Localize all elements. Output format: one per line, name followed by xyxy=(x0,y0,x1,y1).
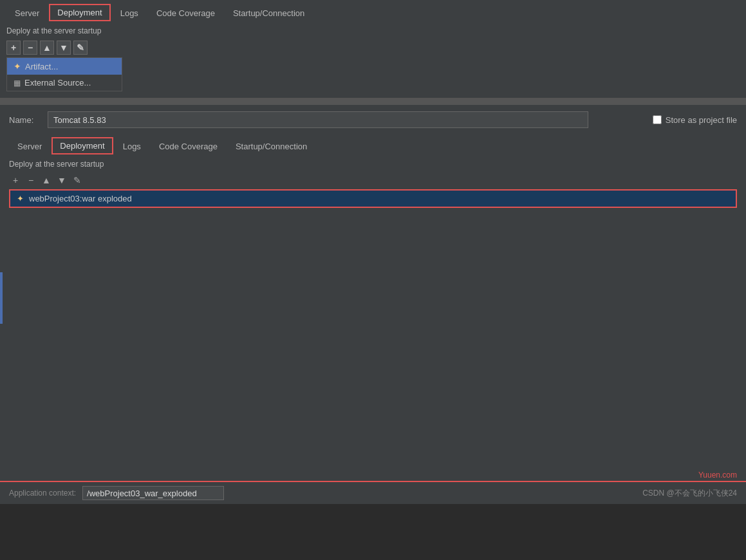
down-button-bottom[interactable]: ▼ xyxy=(55,174,68,187)
toolbar-top: + − ▲ ▼ ✎ xyxy=(0,38,746,57)
tab-deployment-top[interactable]: Deployment xyxy=(49,4,110,21)
bottom-tabs-row: Server Deployment Logs Code Coverage Sta… xyxy=(0,135,746,154)
edit-button-top[interactable]: ✎ xyxy=(73,41,88,55)
deploy-section-top: Deploy at the server startup xyxy=(0,21,746,38)
bottom-panel: Name: Store as project file Server Deplo… xyxy=(0,105,746,504)
store-project-area: Store as project file xyxy=(653,115,737,125)
down-button-top[interactable]: ▼ xyxy=(57,41,71,55)
tab-logs-top[interactable]: Logs xyxy=(112,5,147,21)
up-button-top[interactable]: ▲ xyxy=(40,41,54,55)
name-input[interactable] xyxy=(48,111,588,128)
artifact-icon: ✦ xyxy=(14,61,21,71)
left-accent-bar xyxy=(0,272,3,324)
panel-divider xyxy=(0,100,746,105)
deploy-artifact-icon: ✦ xyxy=(17,194,24,203)
menu-item-external-source[interactable]: ▦ External Source... xyxy=(7,75,122,91)
deployment-list: ✦ webProject03:war exploded xyxy=(9,189,737,208)
store-project-label: Store as project file xyxy=(666,115,737,125)
tab-startup-top[interactable]: Startup/Connection xyxy=(225,5,313,21)
up-button-bottom[interactable]: ▲ xyxy=(40,174,53,187)
name-label: Name: xyxy=(9,115,41,125)
store-project-checkbox[interactable] xyxy=(653,115,662,124)
deploy-section-bottom: Deploy at the server startup xyxy=(0,154,746,171)
name-row: Name: Store as project file xyxy=(0,105,746,135)
external-source-icon: ▦ xyxy=(14,79,21,88)
tab-server-bottom[interactable]: Server xyxy=(9,138,50,154)
tab-logs-bottom[interactable]: Logs xyxy=(115,138,149,154)
top-panel: Server Deployment Logs Code Coverage Sta… xyxy=(0,0,746,100)
top-tabs-row: Server Deployment Logs Code Coverage Sta… xyxy=(0,0,746,21)
remove-button-bottom[interactable]: − xyxy=(24,174,37,187)
app-context-label: Application context: xyxy=(9,489,76,498)
dropdown-menu: ✦ Artifact... ▦ External Source... xyxy=(6,57,122,91)
edit-button-bottom[interactable]: ✎ xyxy=(71,174,84,187)
bottom-bar: Application context: CSDN @不会飞的小飞侠24 xyxy=(0,481,746,504)
deployment-item-label: webProject03:war exploded xyxy=(29,194,132,203)
tab-startup-bottom[interactable]: Startup/Connection xyxy=(227,138,315,154)
tab-code-coverage-top[interactable]: Code Coverage xyxy=(148,5,223,21)
tab-code-coverage-bottom[interactable]: Code Coverage xyxy=(151,138,226,154)
app-context-input[interactable] xyxy=(82,486,224,500)
menu-item-artifact-label: Artifact... xyxy=(25,62,58,71)
remove-button-top[interactable]: − xyxy=(23,41,37,55)
watermark-csdn: CSDN @不会飞的小飞侠24 xyxy=(642,488,737,499)
watermark-yuuen: Yuuen.com xyxy=(698,471,737,480)
add-button-top[interactable]: + xyxy=(6,41,21,55)
deployment-item-0[interactable]: ✦ webProject03:war exploded xyxy=(9,189,737,208)
add-button-bottom[interactable]: + xyxy=(9,174,22,187)
main-content-area xyxy=(0,208,746,453)
menu-item-artifact[interactable]: ✦ Artifact... xyxy=(7,58,122,75)
menu-item-external-source-label: External Source... xyxy=(24,78,91,88)
toolbar-bottom: + − ▲ ▼ ✎ xyxy=(0,171,746,189)
tab-deployment-bottom[interactable]: Deployment xyxy=(51,137,113,154)
tab-server-top[interactable]: Server xyxy=(6,5,48,21)
